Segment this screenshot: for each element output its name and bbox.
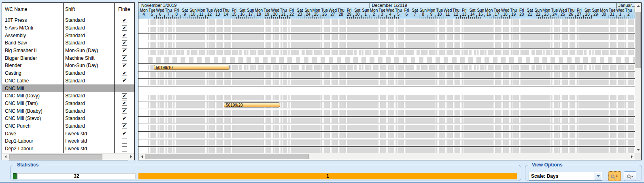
gantt-day-cell: [287, 147, 295, 153]
shift-cell: Standard: [63, 108, 114, 114]
scroll-right-button[interactable]: [629, 153, 635, 160]
gantt-day-cell: [172, 34, 181, 40]
gantt-day-cell: [238, 27, 247, 33]
gantt-day-cell: [296, 34, 304, 40]
shift-cell: Standard: [63, 93, 114, 99]
date-label: 17: [247, 13, 255, 17]
scroll-left-button[interactable]: [2, 154, 9, 160]
gantt-day-cell: [189, 140, 197, 146]
gantt-day-cell: [485, 147, 493, 153]
gantt-day-cell: [559, 80, 567, 85]
gantt-vscrollbar[interactable]: [635, 3, 641, 153]
gantt-day-cell: [255, 65, 263, 70]
gantt-day-cell: [238, 110, 247, 116]
gantt-day-cell: [279, 34, 287, 40]
finite-checkbox[interactable]: ✔: [122, 101, 127, 106]
scrollbar-thumb[interactable]: [635, 12, 641, 68]
gantt-day-cell: [476, 57, 485, 63]
gantt-day-cell: [600, 34, 608, 40]
finite-checkbox[interactable]: ✔: [122, 48, 127, 53]
finite-checkbox[interactable]: ✔: [122, 18, 127, 23]
gantt-day-cell: [247, 34, 255, 40]
gantt-day-cell: [230, 50, 238, 55]
gantt-day-cell: [214, 72, 222, 78]
gantt-day-cell: [501, 133, 509, 138]
gantt-day-cell: [255, 125, 263, 130]
gantt-day-cell: [427, 42, 435, 48]
gantt-day-cell: [608, 19, 616, 25]
scale-select[interactable]: Scale: Days: [529, 172, 602, 181]
gantt-day-cell: [287, 72, 295, 78]
gantt-day-cell: [247, 110, 255, 116]
finite-checkbox[interactable]: ✔: [122, 131, 127, 136]
gantt-day-cell: [616, 34, 624, 40]
gantt-day-cell: [296, 125, 304, 130]
gantt-day-cell: [534, 72, 542, 78]
gantt-day-cell: [312, 42, 320, 48]
gantt-day-cell: [255, 19, 263, 25]
gantt-day-cell: [386, 42, 394, 48]
finite-checkbox[interactable]: [122, 139, 127, 144]
gantt-day-cell: [140, 133, 148, 138]
left-table-hscrollbar[interactable]: [2, 153, 134, 160]
gantt-day-cell: [526, 87, 534, 93]
gantt-day-cell: [509, 72, 517, 78]
finite-checkbox[interactable]: ✔: [122, 123, 127, 128]
finite-checkbox[interactable]: [122, 146, 127, 151]
gantt-day-cell: [485, 57, 493, 63]
gantt-day-cell: [279, 140, 287, 146]
gantt-day-cell: [353, 27, 361, 33]
gantt-day-cell: [230, 118, 238, 123]
gantt-day-cell: [361, 110, 370, 116]
finite-checkbox[interactable]: ✔: [122, 40, 127, 46]
finite-checkbox[interactable]: ✔: [122, 116, 127, 121]
scroll-down-button[interactable]: [635, 147, 641, 153]
finite-checkbox[interactable]: ✔: [122, 55, 127, 61]
gantt-day-cell: [526, 27, 534, 33]
finite-checkbox[interactable]: ✔: [122, 108, 127, 114]
gantt-hscrollbar[interactable]: [138, 153, 635, 160]
scrollbar-thumb[interactable]: [145, 154, 309, 159]
finite-checkbox[interactable]: ✔: [122, 63, 127, 68]
gantt-day-cell: [509, 19, 517, 25]
gantt-day-cell: [140, 34, 148, 40]
gantt-day-cell: [345, 87, 353, 93]
gantt-day-cell: [337, 125, 345, 130]
gantt-day-cell: [394, 50, 402, 55]
zoom-out-button[interactable]: -: [624, 171, 636, 181]
scroll-up-button[interactable]: [635, 3, 641, 9]
gantt-day-cell: [205, 102, 213, 108]
gantt-bar[interactable]: 50199/20: [224, 102, 280, 107]
gantt-day-cell: [197, 50, 205, 55]
shift-cell: Standard: [63, 17, 114, 23]
gantt-day-cell: [518, 140, 526, 146]
gantt-day-cell: [526, 42, 534, 48]
finite-checkbox[interactable]: ✔: [122, 71, 127, 76]
gantt-day-cell: [378, 27, 386, 33]
gantt-day-cell: [550, 125, 559, 130]
finite-checkbox[interactable]: ✔: [122, 25, 127, 31]
gantt-day-cell: [337, 133, 345, 138]
gantt-day-cell: [230, 140, 238, 146]
gantt-day-cell: [403, 102, 411, 108]
gantt-day-cell: [205, 147, 213, 153]
gantt-row-fill: [140, 133, 635, 138]
gantt-day-cell: [271, 133, 279, 138]
scroll-right-button[interactable]: [128, 154, 134, 160]
scale-select-dropdown-button[interactable]: [595, 172, 601, 180]
gantt-bar[interactable]: 50199/10: [154, 65, 230, 70]
gantt-day-cell: [222, 50, 230, 55]
finite-checkbox[interactable]: ✔: [122, 93, 127, 99]
gantt-day-cell: [468, 65, 476, 70]
scrollbar-thumb[interactable]: [9, 154, 102, 160]
scroll-left-button[interactable]: [138, 153, 145, 160]
gantt-day-cell: [403, 42, 411, 48]
gantt-day-cell: [361, 133, 370, 138]
finite-checkbox[interactable]: ✔: [122, 33, 127, 38]
gantt-row-fill: [140, 19, 635, 25]
zoom-in-button[interactable]: +: [608, 171, 621, 181]
wc-name-cell: CNC Mill (Tam): [2, 101, 63, 106]
finite-checkbox[interactable]: ✔: [122, 78, 127, 83]
gantt-day-cell: [608, 140, 616, 146]
gantt-day-cell: [419, 140, 427, 146]
